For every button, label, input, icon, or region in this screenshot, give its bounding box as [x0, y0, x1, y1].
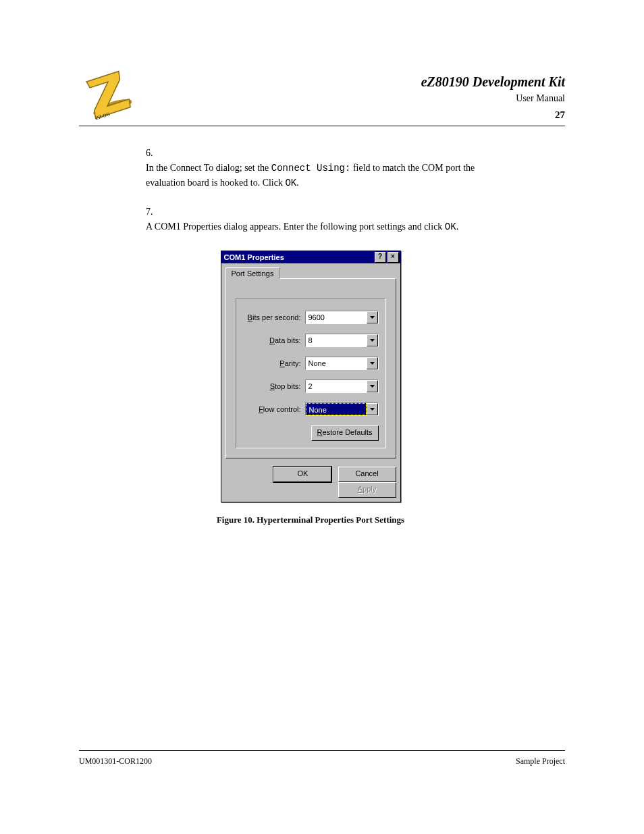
chevron-down-icon[interactable] [367, 403, 378, 415]
footer-right: Sample Project [516, 756, 565, 766]
restore-defaults-button[interactable]: Restore Defaults [311, 425, 379, 441]
field-label: Flow control: [243, 405, 305, 413]
select-value: 8 [306, 334, 367, 346]
close-icon[interactable]: × [387, 252, 399, 263]
field-flow-control: Flow control: None [243, 402, 379, 416]
ok-button[interactable]: OK [273, 467, 331, 482]
step-num: 7. [146, 205, 163, 219]
field-label: Data bits: [243, 336, 305, 344]
step-text: In the Connect To dialog; set the Connec… [146, 161, 498, 191]
field-label: Bits per second: [243, 313, 305, 321]
select-value: None [306, 403, 367, 415]
chevron-down-icon[interactable] [367, 311, 378, 323]
field-data-bits: Data bits: 8 [243, 334, 379, 347]
com1-properties-dialog: COM1 Properties ? × Port Settings Bits p… [221, 251, 401, 502]
field-parity: Parity: None [243, 357, 379, 370]
apply-button[interactable]: Apply [338, 482, 396, 498]
chevron-down-icon[interactable] [367, 380, 378, 392]
field-stop-bits: Stop bits: 2 [243, 380, 379, 393]
footer-left: UM001301-COR1200 [79, 756, 152, 766]
step-num: 6. [146, 146, 163, 161]
chevron-down-icon[interactable] [367, 357, 378, 369]
bits-per-second-select[interactable]: 9600 [305, 311, 379, 324]
page-number: 27 [555, 109, 565, 121]
figure: COM1 Properties ? × Port Settings Bits p… [105, 251, 516, 525]
step-7: 7. A COM1 Properties dialog appears. Ent… [146, 205, 516, 234]
figure-caption: Figure 10. Hyperterminal Properties Port… [105, 515, 516, 525]
stop-bits-select[interactable]: 2 [305, 380, 379, 393]
parity-select[interactable]: None [305, 357, 379, 370]
zilog-logo: ZiLOG [79, 66, 137, 120]
help-icon[interactable]: ? [375, 252, 386, 263]
select-value: 2 [306, 380, 367, 392]
footer: UM001301-COR1200 Sample Project [79, 750, 565, 766]
select-value: 9600 [306, 311, 367, 323]
select-value: None [306, 357, 367, 369]
tab-port-settings[interactable]: Port Settings [225, 267, 280, 279]
chevron-down-icon[interactable] [367, 334, 378, 346]
doc-subtitle: User Manual [516, 93, 565, 104]
field-label: Stop bits: [243, 382, 305, 390]
flow-control-select[interactable]: None [305, 402, 379, 416]
step-text: A COM1 Properties dialog appears. Enter … [146, 219, 498, 235]
field-bits-per-second: Bits per second: 9600 [243, 311, 379, 324]
title-bar[interactable]: COM1 Properties ? × [221, 251, 400, 263]
step-6: 6. In the Connect To dialog; set the Con… [146, 146, 516, 191]
field-label: Parity: [243, 359, 305, 367]
cancel-button[interactable]: Cancel [338, 467, 396, 482]
body-content: 6. In the Connect To dialog; set the Con… [146, 146, 516, 525]
doc-title: eZ80190 Development Kit [421, 74, 565, 90]
data-bits-select[interactable]: 8 [305, 334, 379, 347]
title-bar-text: COM1 Properties [224, 251, 373, 263]
